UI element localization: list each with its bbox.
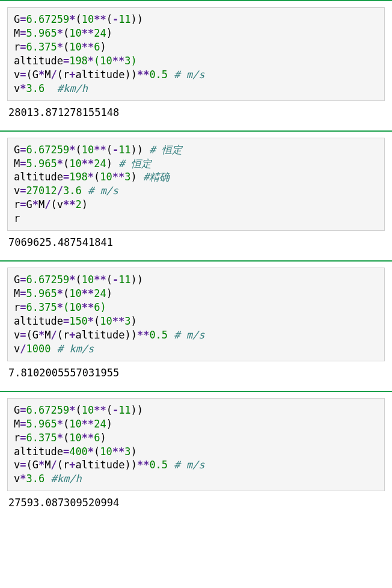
code-token-num: 6.375 — [26, 41, 57, 53]
code-token-op: * — [69, 13, 75, 25]
code-token-com: #km/h — [57, 82, 88, 94]
code-token-pun: ) — [131, 315, 137, 327]
code-token-op: = — [20, 158, 26, 170]
code-token-pun: ( — [94, 315, 100, 327]
code-token-op: * — [88, 55, 94, 67]
code-token-pun: ( — [94, 446, 100, 458]
code-token-op: ** — [137, 459, 149, 471]
code-token-num: 5.965 — [26, 158, 57, 170]
code-token-var: altitude — [76, 69, 125, 81]
code-token-com: # m/s — [174, 329, 204, 341]
code-token-num: 10 — [82, 274, 94, 286]
code-token-com: # 恒定 — [149, 144, 182, 156]
code-input[interactable]: G=6.67259*(10**(-11)) M=5.965*(10**24) r… — [7, 268, 385, 361]
code-token-var: G — [32, 329, 38, 341]
code-token-num: 3 — [124, 315, 130, 327]
code-token-var: M — [44, 459, 51, 471]
code-token-var: r — [63, 459, 69, 471]
code-token-num: 10 — [82, 144, 94, 156]
code-token-num: 5.965 — [26, 418, 57, 430]
code-token-op: * — [57, 432, 63, 444]
code-token-op: ** — [82, 27, 94, 39]
code-token-op: = — [20, 329, 26, 341]
code-token-num: 24 — [94, 27, 106, 39]
code-token-op: ** — [82, 158, 94, 170]
code-input[interactable]: G=6.67259*(10**(-11)) M=5.965*(10**24) r… — [7, 7, 385, 101]
code-token-pun: ( — [106, 144, 112, 156]
code-token-var: v — [57, 198, 63, 210]
code-token-pun: ) — [131, 144, 137, 156]
cell-output: 28013.871278155148 — [8, 106, 385, 120]
code-token-num: 2 — [75, 198, 81, 210]
code-token-com: # 恒定 — [118, 158, 151, 170]
code-token-op: * — [69, 404, 75, 416]
code-token-num: 198 — [69, 171, 88, 183]
code-token-op: * — [20, 82, 26, 94]
code-token-var: M — [14, 287, 20, 299]
code-token-op: + — [69, 69, 75, 81]
code-token-pun: ) — [106, 158, 112, 170]
code-token-var: v — [14, 343, 20, 355]
code-token-var: r — [14, 41, 20, 53]
code-token-op: - — [112, 13, 118, 25]
code-token-pun: ) — [131, 274, 137, 286]
code-token-num: 10 — [100, 171, 112, 183]
code-token-op: / — [44, 198, 51, 210]
code-token-pun: ) — [137, 13, 143, 25]
code-token-pun: ) — [131, 404, 137, 416]
code-token-num: 10 — [69, 432, 81, 444]
code-token-num: 6.67259 — [26, 144, 70, 156]
code-token-num: 11 — [118, 144, 130, 156]
code-token-op: = — [20, 432, 26, 444]
code-token-pun: ) — [124, 329, 130, 341]
code-token-op: * — [88, 171, 94, 183]
code-token-num: 3.6 — [26, 82, 45, 94]
code-token-num: 24 — [94, 287, 106, 299]
code-token-num: 5.965 — [26, 287, 57, 299]
code-token-op: = — [20, 185, 26, 197]
code-token-var: M — [44, 69, 51, 81]
code-token-op: * — [88, 315, 94, 327]
code-token-pun: ( — [57, 329, 63, 341]
code-input[interactable]: G=6.67259*(10**(-11)) # 恒定 M=5.965*(10**… — [7, 138, 385, 231]
code-token-var: M — [14, 418, 20, 430]
code-token-op: = — [63, 315, 69, 327]
code-token-num: 6 — [94, 41, 100, 53]
code-token-op: ** — [137, 69, 149, 81]
code-token-com: # m/s — [174, 69, 204, 81]
code-token-var: r — [14, 198, 20, 210]
code-token-pun: ) — [106, 27, 112, 39]
code-token-op: = — [20, 404, 26, 416]
code-token-num: 0.5 — [149, 329, 168, 341]
code-token-var: altitude — [14, 315, 63, 327]
code-token-num: 10 — [69, 41, 81, 53]
code-token-num: 10 — [69, 418, 81, 430]
code-input[interactable]: G=6.67259*(10**(-11)) M=5.965*(10**24) r… — [7, 398, 385, 492]
code-token-com: # m/s — [174, 459, 204, 471]
code-token-var — [168, 459, 174, 471]
code-token-pun: ( — [57, 69, 63, 81]
code-token-op: * — [20, 473, 26, 485]
code-token-op: = — [20, 198, 26, 210]
code-token-num: 27012 — [26, 185, 57, 197]
code-token-num: 6.67259 — [26, 13, 70, 25]
code-token-pun: ( — [63, 27, 69, 39]
code-token-op: ** — [82, 418, 94, 430]
code-token-num: 11 — [118, 404, 130, 416]
code-token-var: altitude — [14, 446, 63, 458]
code-token-var: G — [14, 13, 20, 25]
code-token-op: * — [57, 41, 63, 53]
code-token-pun: ( — [63, 158, 69, 170]
code-token-var: G — [26, 198, 32, 210]
code-token-num: 0.5 — [149, 69, 168, 81]
code-token-num: 1000 — [26, 343, 51, 355]
code-token-num: 10 — [69, 158, 81, 170]
cell-output: 7069625.487541841 — [8, 236, 385, 250]
code-token-pun: ) — [124, 459, 130, 471]
code-token-op: ** — [137, 329, 149, 341]
code-token-op: = — [20, 459, 26, 471]
code-token-pun: ) — [137, 144, 143, 156]
code-token-pun: ( — [26, 329, 32, 341]
code-token-num: 6.375 — [26, 432, 57, 444]
code-token-var: G — [14, 144, 20, 156]
